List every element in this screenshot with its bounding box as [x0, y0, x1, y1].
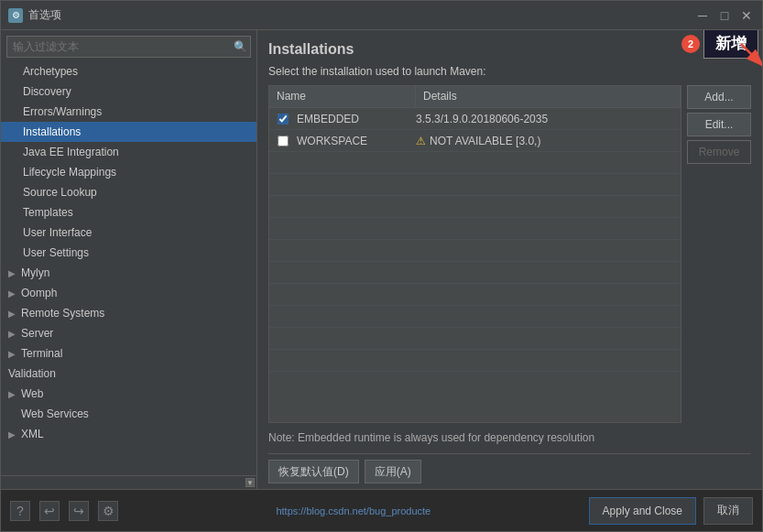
sidebar-item-mylyn[interactable]: ▶ Mylyn: [1, 263, 256, 283]
expand-remote-icon: ▶: [8, 309, 21, 319]
empty-table-row: [269, 284, 681, 306]
right-panel: 1 先点击 2 新增: [257, 30, 762, 489]
table-area: Name Details EMBEDDED 3.5.3/1.9.0.201806…: [268, 85, 751, 423]
expand-terminal-icon: ▶: [8, 349, 21, 359]
installations-table: Name Details EMBEDDED 3.5.3/1.9.0.201806…: [268, 85, 681, 423]
empty-table-row: [269, 328, 681, 350]
table-row[interactable]: EMBEDDED 3.5.3/1.9.0.20180606-2035: [269, 108, 681, 130]
panel-subtitle: Select the installation used to launch M…: [268, 65, 751, 78]
sidebar-item-server[interactable]: ▶ Server: [1, 323, 256, 343]
help-icon[interactable]: ?: [10, 501, 30, 521]
empty-table-row: [269, 196, 681, 218]
expand-server-icon: ▶: [8, 329, 21, 339]
table-row[interactable]: WORKSPACE ⚠ NOT AVAILABLE [3.0,): [269, 130, 681, 152]
apply-close-button[interactable]: Apply and Close: [589, 497, 696, 525]
window-icon: ⚙: [8, 8, 23, 23]
header-name: Name: [269, 86, 416, 107]
empty-table-row: [269, 240, 681, 262]
sidebar-item-installations[interactable]: Installations: [1, 122, 256, 142]
sidebar: 🔍 Archetypes Discovery Errors/Warnings I…: [1, 30, 257, 489]
sidebar-item-web-services[interactable]: Web Services: [1, 404, 256, 424]
footer: ? ↩ ↪ ⚙ https://blog.csdn.net/bug_produc…: [1, 489, 762, 531]
empty-table-row: [269, 152, 681, 174]
header-details: Details: [416, 86, 681, 107]
expand-oomph-icon: ▶: [8, 288, 21, 299]
close-button[interactable]: ✕: [738, 7, 755, 24]
sidebar-item-remote-systems[interactable]: ▶ Remote Systems: [1, 303, 256, 323]
row-name-embedded: EMBEDDED: [297, 113, 416, 125]
sidebar-item-oomph[interactable]: ▶ Oomph: [1, 283, 256, 303]
maximize-button[interactable]: □: [716, 7, 733, 24]
restore-defaults-button[interactable]: 恢复默认值(D): [268, 460, 359, 483]
back-icon[interactable]: ↩: [39, 501, 60, 521]
empty-table-row: [269, 306, 681, 328]
sidebar-item-java-ee[interactable]: Java EE Integration: [1, 142, 256, 162]
edit-button[interactable]: Edit...: [687, 113, 751, 136]
empty-table-row: [269, 350, 681, 372]
settings-icon[interactable]: ⚙: [98, 501, 118, 521]
search-icon: 🔍: [234, 40, 247, 53]
sidebar-item-xml[interactable]: ▶ XML: [1, 424, 256, 444]
footer-right: Apply and Close 取消: [589, 497, 753, 525]
apply-button[interactable]: 应用(A): [365, 460, 421, 483]
sidebar-item-terminal[interactable]: ▶ Terminal: [1, 343, 256, 364]
search-input[interactable]: [6, 36, 251, 58]
sidebar-scroll-down[interactable]: ▼: [245, 478, 255, 487]
sidebar-item-archetypes[interactable]: Archetypes: [1, 61, 256, 81]
bottom-left-buttons: 恢复默认值(D) 应用(A): [268, 460, 421, 483]
sidebar-item-web[interactable]: ▶ Web: [1, 384, 256, 404]
empty-table-row: [269, 174, 681, 196]
table-body: EMBEDDED 3.5.3/1.9.0.20180606-2035 WORKS…: [269, 108, 681, 422]
cancel-button[interactable]: 取消: [703, 497, 753, 525]
add-button[interactable]: Add...: [687, 85, 751, 109]
table-header: Name Details: [269, 86, 681, 108]
footer-left: ? ↩ ↪ ⚙: [10, 501, 118, 521]
sidebar-item-validation[interactable]: Validation: [1, 364, 256, 384]
checkbox-workspace[interactable]: [278, 136, 289, 147]
sidebar-item-templates[interactable]: Templates: [1, 202, 256, 223]
row-details-workspace: ⚠ NOT AVAILABLE [3.0,): [416, 135, 681, 147]
expand-web-icon: ▶: [8, 389, 21, 399]
sidebar-item-lifecycle[interactable]: Lifecycle Mappings: [1, 162, 256, 182]
expand-mylyn-icon: ▶: [8, 268, 21, 278]
remove-button[interactable]: Remove: [687, 140, 751, 164]
empty-table-row: [269, 262, 681, 284]
window-title: 首选项: [28, 7, 694, 23]
main-content: 🔍 Archetypes Discovery Errors/Warnings I…: [1, 30, 762, 489]
sidebar-item-discovery[interactable]: Discovery: [1, 81, 256, 102]
note-text: Note: Embedded runtime is always used fo…: [268, 430, 751, 446]
empty-table-row: [269, 218, 681, 240]
search-box: 🔍: [6, 36, 251, 58]
tree-container: Archetypes Discovery Errors/Warnings Ins…: [1, 61, 256, 475]
row-checkbox-workspace[interactable]: [269, 136, 297, 147]
row-name-workspace: WORKSPACE: [297, 135, 416, 147]
panel-bottom-row: 恢复默认值(D) 应用(A): [268, 453, 751, 489]
panel-title: Installations: [268, 41, 751, 58]
row-checkbox-embedded[interactable]: [269, 114, 297, 125]
sidebar-item-source-lookup[interactable]: Source Lookup: [1, 182, 256, 202]
sidebar-item-user-settings[interactable]: User Settings: [1, 243, 256, 263]
expand-xml-icon: ▶: [8, 429, 21, 440]
action-buttons: Add... Edit... Remove: [687, 85, 751, 423]
row-details-embedded: 3.5.3/1.9.0.20180606-2035: [416, 113, 681, 125]
sidebar-item-errors-warnings[interactable]: Errors/Warnings: [1, 102, 256, 122]
checkbox-embedded[interactable]: [278, 114, 289, 125]
forward-icon[interactable]: ↪: [69, 501, 89, 521]
title-bar: ⚙ 首选项 ─ □ ✕: [1, 1, 762, 30]
window-controls: ─ □ ✕: [694, 7, 755, 24]
minimize-button[interactable]: ─: [694, 7, 711, 24]
sidebar-item-user-interface[interactable]: User Interface: [1, 223, 256, 243]
warning-icon: ⚠: [416, 135, 426, 147]
footer-link[interactable]: https://blog.csdn.net/bug_producte: [276, 505, 431, 516]
main-window: ⚙ 首选项 ─ □ ✕ 🔍 Archetypes Discovery: [0, 0, 763, 532]
